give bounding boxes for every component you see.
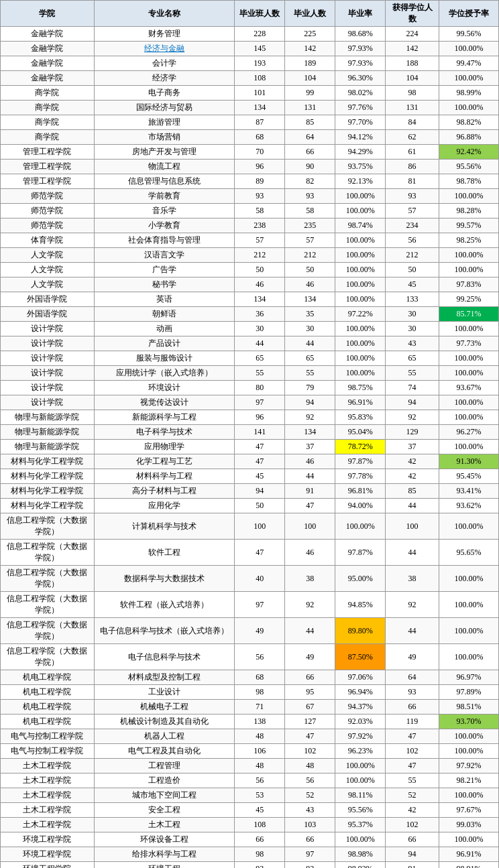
cell-grad-class: 106	[235, 744, 285, 759]
cell-college: 信息工程学院（大数据学院）	[1, 592, 95, 618]
cell-grad-rate: 94.85%	[335, 592, 386, 618]
cell-grad-num: 142	[285, 42, 335, 56]
table-row: 商学院国际经济与贸易13413197.76%131100.00%	[1, 101, 499, 115]
cell-major: 产品设计	[94, 336, 235, 351]
cell-grad-rate: 97.87%	[335, 454, 386, 469]
cell-degree-num: 93	[386, 189, 439, 204]
header-major: 专业名称	[94, 1, 235, 27]
cell-grad-num: 104	[285, 71, 335, 86]
cell-degree-rate: 97.89%	[439, 685, 499, 700]
cell-grad-class: 47	[235, 454, 285, 469]
cell-college: 机电工程学院	[1, 700, 95, 715]
cell-grad-class: 56	[235, 644, 285, 670]
cell-degree-rate: 100.00%	[439, 101, 499, 115]
main-table: 学院 专业名称 毕业班人数 毕业人数 毕业率 获得学位人数 学位授予率 金融学院…	[0, 0, 499, 868]
header-degree-num: 获得学位人数	[386, 1, 439, 27]
cell-major: 秘书学	[94, 277, 235, 292]
cell-major: 机械电子工程	[94, 700, 235, 715]
table-row: 商学院旅游管理878597.70%8498.82%	[1, 115, 499, 130]
cell-degree-rate: 100.00%	[439, 410, 499, 425]
cell-degree-num: 91	[386, 862, 439, 869]
cell-major: 动画	[94, 322, 235, 336]
cell-degree-rate: 100.00%	[439, 644, 499, 670]
cell-college: 管理工程学院	[1, 160, 95, 174]
cell-college: 土木工程学院	[1, 803, 95, 818]
cell-major: 小学教育	[94, 219, 235, 233]
cell-grad-num: 46	[285, 454, 335, 469]
cell-grad-rate: 97.76%	[335, 101, 386, 115]
cell-grad-class: 71	[235, 700, 285, 715]
table-row: 材料与化学工程学院高分子材料与工程949196.81%8593.41%	[1, 484, 499, 499]
cell-degree-rate: 100.00%	[439, 788, 499, 803]
cell-grad-num: 47	[285, 499, 335, 513]
cell-grad-rate: 96.23%	[335, 744, 386, 759]
cell-college: 商学院	[1, 101, 95, 115]
cell-degree-num: 131	[386, 101, 439, 115]
cell-grad-num: 94	[285, 395, 335, 410]
cell-grad-rate: 94.37%	[335, 700, 386, 715]
cell-grad-rate: 95.56%	[335, 803, 386, 818]
cell-grad-class: 238	[235, 219, 285, 233]
cell-grad-rate: 100.00%	[335, 204, 386, 219]
cell-grad-num: 99	[285, 86, 335, 101]
cell-degree-num: 129	[386, 425, 439, 440]
cell-grad-class: 145	[235, 42, 285, 56]
cell-degree-rate: 96.27%	[439, 425, 499, 440]
cell-college: 师范学院	[1, 219, 95, 233]
cell-degree-rate: 99.57%	[439, 219, 499, 233]
cell-degree-num: 98	[386, 86, 439, 101]
cell-grad-rate: 100.00%	[335, 248, 386, 263]
cell-grad-rate: 92.13%	[335, 174, 386, 189]
cell-grad-class: 50	[235, 263, 285, 277]
cell-college: 师范学院	[1, 189, 95, 204]
cell-major: 给排水科学与工程	[94, 847, 235, 862]
table-row: 土木工程学院工程造价5656100.00%5598.21%	[1, 773, 499, 788]
table-row: 材料与化学工程学院应用化学504794.00%4493.62%	[1, 499, 499, 513]
table-row: 师范学院音乐学5858100.00%5798.28%	[1, 204, 499, 219]
table-row: 金融学院会计学19318997.93%18899.47%	[1, 56, 499, 71]
cell-grad-rate: 100.00%	[335, 263, 386, 277]
cell-college: 金融学院	[1, 56, 95, 71]
cell-grad-num: 225	[285, 27, 335, 42]
cell-degree-num: 142	[386, 42, 439, 56]
cell-major: 市场营销	[94, 130, 235, 145]
table-row: 设计学院应用统计学（嵌入式培养）5555100.00%55100.00%	[1, 366, 499, 381]
table-row: 机电工程学院材料成型及控制工程686697.06%6496.97%	[1, 670, 499, 685]
cell-major: 经济与金融	[94, 42, 235, 56]
cell-grad-num: 97	[285, 847, 335, 862]
cell-major: 高分子材料与工程	[94, 484, 235, 499]
cell-degree-rate: 95.56%	[439, 160, 499, 174]
cell-degree-rate: 98.91%	[439, 862, 499, 869]
cell-grad-rate: 100.00%	[335, 292, 386, 307]
cell-degree-num: 50	[386, 263, 439, 277]
cell-grad-rate: 98.92%	[335, 862, 386, 869]
cell-grad-class: 53	[235, 788, 285, 803]
cell-grad-class: 44	[235, 336, 285, 351]
cell-major: 环境设计	[94, 381, 235, 395]
cell-degree-num: 62	[386, 130, 439, 145]
cell-degree-num: 212	[386, 248, 439, 263]
cell-degree-num: 64	[386, 670, 439, 685]
cell-major: 英语	[94, 292, 235, 307]
cell-grad-num: 79	[285, 381, 335, 395]
cell-grad-class: 228	[235, 27, 285, 42]
cell-degree-rate: 98.25%	[439, 233, 499, 248]
cell-degree-rate: 95.65%	[439, 540, 499, 566]
cell-college: 信息工程学院（大数据学院）	[1, 566, 95, 592]
cell-degree-num: 56	[386, 233, 439, 248]
cell-grad-class: 68	[235, 670, 285, 685]
cell-grad-num: 100	[285, 513, 335, 540]
cell-grad-rate: 94.12%	[335, 130, 386, 145]
cell-grad-rate: 92.03%	[335, 715, 386, 729]
cell-degree-rate: 100.00%	[439, 263, 499, 277]
cell-grad-num: 66	[285, 670, 335, 685]
cell-major: 电子商务	[94, 86, 235, 101]
cell-college: 信息工程学院（大数据学院）	[1, 513, 95, 540]
cell-major: 新能源科学与工程	[94, 410, 235, 425]
cell-grad-class: 56	[235, 773, 285, 788]
cell-grad-class: 68	[235, 130, 285, 145]
cell-degree-rate: 96.88%	[439, 130, 499, 145]
table-row: 土木工程学院安全工程454395.56%4297.67%	[1, 803, 499, 818]
cell-degree-rate: 99.47%	[439, 56, 499, 71]
cell-degree-num: 43	[386, 336, 439, 351]
